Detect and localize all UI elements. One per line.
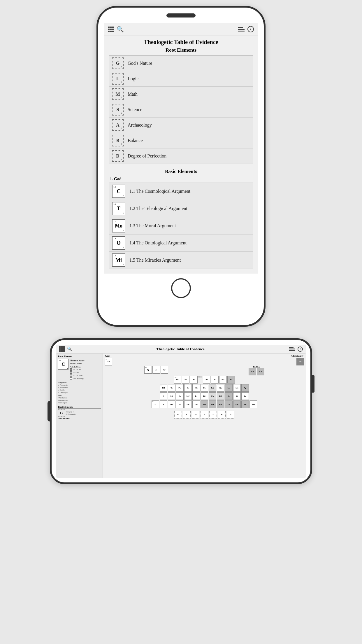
- info-button-landscape[interactable]: i: [298, 346, 303, 352]
- pt-cell-W[interactable]: W: [233, 392, 241, 400]
- pt-cell-Pw[interactable]: 3.1Pw: [174, 376, 181, 384]
- pt-cell-Mu[interactable]: Mu: [201, 400, 208, 408]
- landscape-main: God Christianity 1.1Ab Ru 2.1Bp Je Sy: [103, 354, 306, 478]
- sidebar-root-elements: Root Elements G Category 1: 1. Proponent…: [58, 406, 101, 419]
- pt-cell-Je[interactable]: Je: [152, 366, 160, 374]
- pt-cell-M[interactable]: M: [192, 411, 199, 419]
- element-label: Math: [128, 92, 138, 97]
- grid-icon-landscape[interactable]: [59, 346, 65, 352]
- pt-cell-MJ[interactable]: MJ: [184, 392, 192, 400]
- pt-cell-O[interactable]: 5.1O: [160, 392, 167, 400]
- pt-cell-HE[interactable]: HE: [192, 400, 200, 408]
- element-label: 1.3 The Moral Argument: [129, 223, 176, 228]
- pt-cell-Tb[interactable]: Tb: [241, 400, 249, 408]
- pt-cell-r1[interactable]: Ru: [296, 358, 304, 365]
- pt-cell-Ce[interactable]: Ce: [225, 400, 233, 408]
- pt-cell-Db[interactable]: Db: [201, 384, 208, 392]
- pt-cell-Ap[interactable]: Ap: [241, 384, 249, 392]
- root-element-row[interactable]: Bf Balance: [109, 133, 253, 148]
- element-label: Science: [128, 107, 142, 112]
- root-element-row[interactable]: Dc Degree of Perfection: [109, 148, 253, 164]
- pt-cell-Ma[interactable]: Ma: [249, 400, 257, 408]
- search-icon-landscape[interactable]: 🔍: [67, 346, 72, 351]
- pt-cell-bible2[interactable]: Cr: [257, 368, 264, 375]
- pt-cell-G[interactable]: G: [174, 411, 182, 419]
- pt-cell-Co[interactable]: Co: [176, 392, 184, 400]
- pt-cell-Tu[interactable]: Tu: [190, 376, 198, 384]
- element-label: 1.4 The Ontological Argument: [129, 240, 187, 246]
- pt-cell-Dc[interactable]: Dc: [184, 384, 192, 392]
- pt-cell-Vb[interactable]: Vb: [176, 400, 184, 408]
- pt-cell-Lj[interactable]: Lj: [192, 392, 200, 400]
- element-badge-box: 1.3 Mo b: [112, 219, 125, 232]
- pt-cell-Tc[interactable]: Tc: [168, 384, 175, 392]
- element-badge: Af: [112, 119, 124, 131]
- pt-cell-A[interactable]: A: [209, 411, 217, 419]
- info-button[interactable]: i: [247, 26, 254, 32]
- root-element-row[interactable]: Lf Logic: [109, 71, 253, 87]
- pt-cell-Pw2[interactable]: Pw: [176, 384, 184, 392]
- element-badge-box: 1.1 C a: [112, 185, 125, 198]
- pt-cell-RA[interactable]: RA: [209, 384, 216, 392]
- element-label: 1.2 The Teleological Argument: [129, 206, 187, 211]
- basic-elements-title: Basic Elements: [109, 169, 253, 174]
- pt-cell-B[interactable]: B: [218, 411, 226, 419]
- pt-cell-S[interactable]: S: [201, 411, 208, 419]
- pt-cell-T6[interactable]: T: [160, 400, 167, 408]
- pt-cell-Lo[interactable]: Lo: [241, 392, 249, 400]
- pt-cell-C6[interactable]: 6.1C: [152, 400, 159, 408]
- pt-cell-P[interactable]: P: [211, 376, 219, 384]
- pt-cell-Sr[interactable]: Sr: [225, 392, 233, 400]
- element-label: God's Nature: [128, 61, 152, 66]
- search-icon[interactable]: 🔍: [117, 26, 124, 33]
- pt-cell-Ab[interactable]: 1.1Ab: [105, 358, 112, 365]
- sidebar-basic-title: Basic Element: [58, 355, 101, 358]
- basic-element-row[interactable]: 1.4 O a 1.4 The Ontological Argument: [109, 235, 253, 252]
- root-element-row[interactable]: Mf Math: [109, 87, 253, 102]
- sidebar-basic-elements: Basic Element 1.1 C a Element Name Subje…: [58, 355, 101, 404]
- list-icon-landscape[interactable]: [289, 347, 295, 351]
- element-badge-box: 1.5 Mi d: [112, 253, 125, 267]
- pt-cell-Cw[interactable]: Cw: [233, 400, 241, 408]
- pt-cell-BA[interactable]: BA: [217, 392, 224, 400]
- pt-cell-Gn[interactable]: Gn: [217, 384, 224, 392]
- pt-cell-L[interactable]: L: [183, 411, 191, 419]
- element-label: 1.5 The Miracles Argument: [129, 258, 181, 263]
- pt-cell-Ho[interactable]: Ho: [168, 400, 175, 408]
- element-badge: Sc: [112, 104, 124, 116]
- pt-cell-Sy[interactable]: Sy: [161, 366, 168, 374]
- pt-cell-Kj[interactable]: Kj: [201, 392, 208, 400]
- portrait-content: Theologetic Table of Evidence Root Eleme…: [104, 36, 258, 274]
- pt-cell-Jm[interactable]: Jm: [184, 400, 192, 408]
- pt-cell-Tr[interactable]: Tr: [182, 376, 189, 384]
- basic-element-row[interactable]: 1.2 T a 1.2 The Teleological Argument: [109, 200, 253, 217]
- sidebar-root-title: Root Elements: [58, 406, 101, 409]
- root-element-row[interactable]: Gc God's Nature: [109, 56, 253, 71]
- pt-cell-Bp[interactable]: 2.1Bp: [144, 366, 152, 374]
- pt-cell-Bf[interactable]: Bf: [203, 376, 210, 384]
- pt-cell-D[interactable]: D: [227, 411, 234, 419]
- pt-cell-Lu[interactable]: Lu: [225, 384, 233, 392]
- element-label: Balance: [128, 138, 143, 143]
- pt-cell-Mi[interactable]: Mi: [168, 392, 175, 400]
- pt-cell-Mc2[interactable]: Mc: [233, 384, 241, 392]
- basic-element-row[interactable]: 1.1 C a 1.1 The Cosmological Argument: [109, 183, 253, 200]
- list-icon[interactable]: [238, 27, 245, 32]
- grid-icon[interactable]: [108, 27, 114, 32]
- christianity-section-label: Christianity: [254, 355, 303, 357]
- pt-cell-Gu[interactable]: Gu: [209, 400, 216, 408]
- root-element-row[interactable]: Af Archaeology: [109, 118, 253, 133]
- basic-element-row[interactable]: 1.3 Mo b 1.3 The Moral Argument: [109, 217, 253, 235]
- basic-element-row[interactable]: 1.5 Mi d 1.5 The Miracles Argument: [109, 252, 253, 269]
- pt-cell-Fu[interactable]: Fu: [209, 392, 216, 400]
- pt-cell-Rw[interactable]: Rw: [217, 400, 224, 408]
- pt-cell-Mc[interactable]: Mc: [192, 384, 200, 392]
- root-elements-list: Gc God's Nature Lf Logic Mf Math Sc Scie…: [109, 55, 253, 164]
- element-badge-box: 1.4 O a: [112, 236, 125, 250]
- root-element-row[interactable]: Sc Science: [109, 102, 253, 118]
- pt-cell-BH[interactable]: 4.1BH: [160, 384, 167, 392]
- pt-cell-bible1[interactable]: Gb: [249, 368, 256, 375]
- element-badge: Mf: [112, 88, 124, 100]
- pt-cell-Jw[interactable]: Jw: [227, 376, 235, 384]
- pt-cell-Ws[interactable]: Ws: [219, 376, 227, 384]
